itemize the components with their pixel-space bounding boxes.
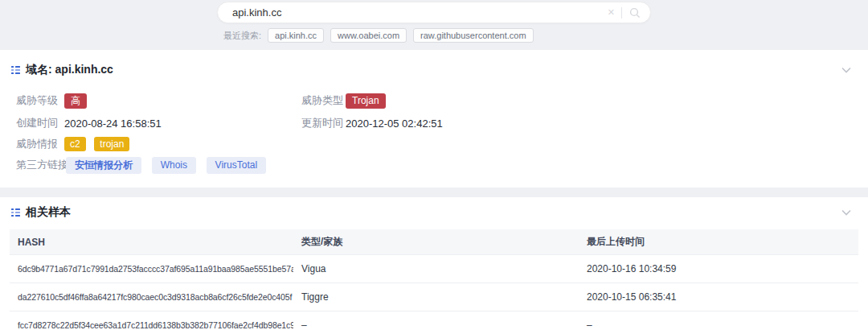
third-party-links-label: 第三方链接 [16, 158, 68, 172]
link-whois[interactable]: Whois [152, 157, 196, 174]
chevron-down-icon[interactable] [841, 63, 852, 77]
updated-time-label: 更新时间 [301, 116, 343, 130]
threat-intel-label: 威胁情报 [16, 137, 58, 151]
list-detail-icon [11, 65, 20, 75]
samples-section-title: 相关样本 [26, 205, 71, 220]
threat-intel-tags: c2 trojan [64, 137, 135, 151]
created-time-label: 创建时间 [16, 116, 58, 130]
samples-section: 相关样本 HASH 类型/家族 最后上传时间 6dc9b4771a67d71c7… [0, 197, 868, 330]
search-input[interactable] [218, 6, 601, 19]
samples-section-header: 相关样本 [11, 205, 71, 220]
sample-upload-time: 2020-10-16 10:34:59 [579, 255, 858, 283]
recent-search-item[interactable]: www.oabei.com [330, 28, 407, 43]
created-time-value: 2020-08-24 16:58:51 [64, 118, 162, 130]
sample-hash: da227610c5df46ffa8a64217fc980caec0c3d931… [10, 283, 293, 311]
column-header-family: 类型/家族 [293, 229, 579, 255]
threat-type-value: Trojan [346, 93, 386, 109]
section-divider [0, 188, 868, 197]
intel-tag: c2 [64, 137, 86, 151]
sample-upload-time: 2020-10-15 06:35:41 [579, 283, 858, 311]
domain-section: 域名: api.kinh.cc 威胁等级 高 威胁类型 Trojan 创建时间 … [0, 50, 868, 188]
sample-family: Vigua [293, 255, 579, 283]
link-virustotal[interactable]: VirusTotal [207, 157, 266, 174]
recent-searches: 最近搜索: api.kinh.cc www.oabei.com raw.gith… [223, 28, 534, 43]
search-box: ✕ [217, 2, 651, 23]
field-row: 威胁情报 c2 trojan [0, 136, 868, 152]
table-header-row: HASH 类型/家族 最后上传时间 [10, 229, 858, 255]
sample-family: – [293, 311, 579, 330]
threat-type-badge: Trojan [346, 93, 386, 109]
domain-section-header: 域名: api.kinh.cc [11, 63, 113, 77]
recent-search-label: 最近搜索: [223, 30, 261, 42]
clear-icon[interactable]: ✕ [601, 7, 621, 18]
search-icon[interactable] [622, 7, 650, 19]
field-row: 第三方链接 安恒情报分析 Whois VirusTotal [0, 157, 868, 173]
third-party-links: 安恒情报分析 Whois VirusTotal [66, 157, 273, 174]
recent-search-item[interactable]: raw.githubusercontent.com [413, 28, 533, 43]
sample-upload-time: – [579, 311, 858, 330]
threat-level-label: 威胁等级 [16, 93, 58, 108]
search-area: ✕ 最近搜索: api.kinh.cc www.oabei.com raw.gi… [0, 0, 868, 50]
table-row[interactable]: fcc7d8278c22d5f34cee63a1d7c211dd6138b3b3… [10, 311, 858, 330]
link-anheng-intel[interactable]: 安恒情报分析 [66, 157, 141, 174]
recent-search-item[interactable]: api.kinh.cc [268, 28, 324, 43]
samples-table: HASH 类型/家族 最后上传时间 6dc9b4771a67d71c7991da… [10, 229, 858, 330]
chevron-down-icon[interactable] [841, 205, 852, 220]
table-row[interactable]: 6dc9b4771a67d71c7991da2753facccc37af695a… [10, 255, 858, 283]
intel-tag: trojan [94, 137, 129, 151]
sample-hash: fcc7d8278c22d5f34cee63a1d7c211dd6138b3b3… [10, 311, 293, 330]
field-row: 威胁等级 高 威胁类型 Trojan [0, 93, 868, 109]
domain-section-title: 域名: api.kinh.cc [26, 63, 113, 77]
table-row[interactable]: da227610c5df46ffa8a64217fc980caec0c3d931… [10, 283, 858, 311]
list-detail-icon [11, 208, 20, 217]
field-row: 创建时间 2020-08-24 16:58:51 更新时间 2020-12-05… [0, 115, 868, 131]
sample-hash: 6dc9b4771a67d71c7991da2753facccc37af695a… [10, 255, 293, 283]
threat-type-label: 威胁类型 [301, 93, 343, 108]
updated-time-value: 2020-12-05 02:42:51 [346, 118, 443, 130]
threat-level-badge: 高 [64, 93, 87, 109]
column-header-hash: HASH [10, 229, 293, 255]
column-header-upload-time: 最后上传时间 [579, 229, 858, 255]
threat-level-value: 高 [64, 93, 87, 109]
sample-family: Tiggre [293, 283, 579, 311]
